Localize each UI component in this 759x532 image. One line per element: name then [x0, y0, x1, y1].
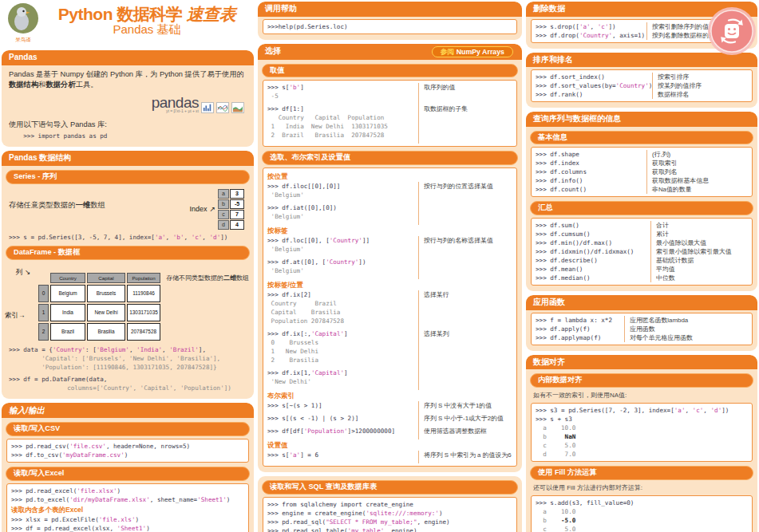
series-description: 存储任意类型数据的一维数组 [9, 200, 105, 230]
series-diagram-block: 存储任意类型数据的一维数组 Index ↗ a3 b-5 c7 d4 [2, 186, 254, 231]
section-header-pandas: Pandas [2, 50, 254, 65]
bar-chart-icon [201, 102, 214, 113]
apply-box: >>> f = lambda x: x*2 >>> df.apply(f) >>… [531, 313, 753, 345]
code-row: >>> df.ix[2] Country Brazil Capital Bras… [267, 290, 512, 329]
subsection-basic-info: 基本信息 [530, 131, 753, 145]
section-header-retrieving-info: 查询序列与数据框的信息 [526, 112, 757, 127]
right-column: 删除数据 >>> s.drop(['a', 'c']) >>> df.drop(… [526, 2, 757, 532]
section-applying-functions: 应用函数 >>> f = lambda x: x*2 >>> df.apply(… [526, 295, 757, 351]
section-data-structures: Pandas 数据结构 Series - 序列 存储任意类型数据的一维数组 In… [2, 151, 254, 398]
code-row: >>> df.ix[:,'Capital'] 0 Brussels 1 New … [267, 329, 512, 368]
dropping-code: >>> s.drop(['a', 'c']) >>> df.drop('Coun… [536, 22, 646, 40]
code-row: >>> df[1:] Country Capital Population 1 … [267, 104, 512, 144]
code-row: >>> s['a'] = 6 将序列 S 中索引为 a 的值设为6 [267, 451, 512, 463]
internal-alignment-note: 如有不一致的索引，则使用NA值: [533, 391, 750, 400]
dataframe-column-label: 列 ↘ [16, 268, 30, 278]
dataframe-constructor-code: >>> df = pd.DataFrame(data, columns=['Co… [9, 375, 247, 392]
screenshot-tool-button[interactable] [707, 6, 757, 56]
section-selection: 选择 参阅 NumPy Arrays 取值 >>> s['b'] -5 取序列的… [258, 44, 522, 473]
numpy-arrays-badge[interactable]: 参阅 NumPy Arrays [432, 46, 513, 57]
group-label-by-label: 按标签 [267, 225, 512, 236]
getting-box: >>> s['b'] -5 取序列的值 >>> df[1:] Country C… [263, 80, 517, 147]
series-diagram: Index ↗ a3 b-5 c7 d4 [189, 189, 244, 230]
left-column: 呆鸟译 Python 数据科学 速查表 Pandas 基础 Pandas Pan… [2, 2, 254, 532]
dataframe-index-label: 索引→ [5, 311, 26, 321]
section-io: 输入/输出 读取/写入CSV >>> pd.read_csv('file.csv… [2, 403, 254, 532]
masthead: 呆鸟译 Python 数据科学 速查表 Pandas 基础 [2, 2, 254, 46]
pandas-description: Pandas 是基于 Numpy 创建的 Python 库，为 Python 提… [2, 65, 254, 90]
code-row: >>> df.iloc[[0],[0]] 'Belgium' 按行与列的位置选择… [267, 182, 512, 203]
series-index-label: Index [189, 205, 207, 213]
sql-code-box: >>> from sqlalchemy import create_engine… [263, 497, 517, 532]
excel-code-2: >>> xlsx = pd.ExcelFile('file.xls') >>> … [11, 515, 244, 532]
section-header-help: 调用帮助 [258, 2, 522, 17]
selecting-box: 按位置 >>> df.iloc[[0],[0]] 'Belgium' 按行与列的… [263, 167, 517, 467]
translator-name: 呆鸟译 [5, 37, 42, 42]
cheatsheet-page: 呆鸟译 Python 数据科学 速查表 Pandas 基础 Pandas Pan… [0, 0, 759, 532]
csv-code: >>> pd.read_csv('file.csv', header=None,… [11, 442, 244, 459]
fill-methods-note: 还可以使用 Fill 方法进行内部对齐运算: [533, 483, 750, 492]
fill-methods-code: >>> s.add(s3, fill_value=0) a 10.0 b -5.… [536, 499, 748, 532]
smiley-rotate-icon [707, 6, 757, 56]
subsection-sql: 读取和写入 SQL 查询及数据库表 [262, 480, 518, 495]
subsection-summary: 汇总 [530, 201, 753, 215]
excel-note: 读取内含多个表的Excel [11, 504, 244, 515]
basic-info-box: >>> df.shape >>> df.index >>> df.columns… [531, 147, 753, 197]
page-subtitle: Pandas 基础 [42, 22, 252, 36]
code-row: >>> s['b'] -5 取序列的值 [267, 83, 512, 104]
line-chart-icon [216, 102, 229, 113]
csv-code-box: >>> pd.read_csv('file.csv', header=None,… [6, 439, 249, 463]
column-arrow-icon: ↘ [25, 268, 30, 276]
sorting-descs: 按索引排序 按某列的值排序 数据框排名 [652, 73, 748, 99]
translator-avatar: 呆鸟译 [5, 3, 42, 46]
section-retrieving-info: 查询序列与数据框的信息 基本信息 >>> df.shape >>> df.ind… [526, 112, 757, 291]
series-code: >>> s = pd.Series([3, -5, 7, 4], index=[… [9, 233, 247, 242]
subsection-getting: 取值 [262, 64, 518, 78]
group-label-by-position: 按位置 [267, 171, 512, 182]
dataframe-data-code: >>> data = {'Country': ['Belgium', 'Indi… [9, 345, 247, 372]
group-label-setting: 设置值 [267, 439, 512, 451]
subsection-series: Series - 序列 [6, 170, 250, 184]
middle-column: 调用帮助 >>>help(pd.Series.loc) 选择 参阅 NumPy … [258, 2, 522, 532]
section-header-applying-functions: 应用函数 [526, 295, 757, 310]
code-row: >>> s[(s < -1) | (s > 2)] 序列 S 中小于-1或大于2… [267, 414, 512, 427]
subsection-fill-methods: 使用 Fill 方法运算 [530, 466, 753, 480]
group-label-boolean-indexing: 布尔索引 [267, 390, 512, 401]
bird-avatar-icon [8, 3, 38, 33]
subsection-csv: 读取/写入CSV [6, 422, 250, 436]
section-pandas: Pandas Pandas 是基于 Numpy 创建的 Python 库，为 P… [2, 50, 254, 147]
section-help: 调用帮助 >>>help(pd.Series.loc) [258, 2, 522, 40]
section-header-io: 输入/输出 [2, 403, 254, 418]
help-code-box: >>>help(pd.Series.loc) [263, 19, 517, 34]
apply-code: >>> f = lambda x: x*2 >>> df.apply(f) >>… [536, 316, 624, 342]
basic-info-descs: (行,列) 获取索引 获取列名 获取数据框基本信息 非Na值的数量 [646, 150, 748, 194]
code-row: >>> df.ix[1,'Capital'] 'New Delhi' [267, 368, 512, 390]
code-row: >>> df[df['Population']>1200000000] 使用筛选… [267, 427, 512, 439]
dataframe-description: 存储不同类型数据的二维数组 [166, 274, 249, 282]
section-header-data-structures: Pandas 数据结构 [2, 151, 254, 166]
subsection-internal-alignment: 内部数据对齐 [530, 373, 753, 388]
index-arrow-icon: → [18, 311, 26, 319]
code-row: >>> s[~(s > 1)] 序列 S 中没有大于1的值 [267, 401, 512, 414]
series-table: a3 b-5 c7 d4 [218, 189, 244, 230]
help-code: >>>help(pd.Series.loc) [267, 22, 512, 31]
title-block: Python 数据科学 速查表 Pandas 基础 [42, 3, 252, 46]
internal-alignment-box: >>> s3 = pd.Series([7, -2, 3], index=['a… [531, 403, 753, 462]
import-label: 使用以下语句导入 Pandas 库: [2, 115, 254, 130]
code-row: >>> df.loc[[0], ['Country']] 'Belgium' 按… [267, 236, 512, 258]
area-chart-icon [231, 102, 244, 113]
dataframe-diagram: 列 ↘ 存储不同类型数据的二维数组 索引→ Country Capital Po… [2, 262, 254, 344]
section-header-selection: 选择 参阅 NumPy Arrays [258, 44, 522, 60]
summary-descs: 合计 累计 最小值除以最大值 索引最小值除以索引最大值 基础统计数据 平均值 中… [650, 221, 748, 282]
section-header-data-alignment: 数据对齐 [526, 355, 757, 370]
fill-methods-box: >>> s.add(s3, fill_value=0) a 10.0 b -5.… [531, 495, 753, 532]
page-title: Python 数据科学 速查表 [42, 6, 252, 22]
summary-box: >>> df.sum() >>> df.cumsum() >>> df.min(… [531, 218, 753, 286]
import-code: >>> import pandas as pd [9, 132, 247, 140]
pandas-logo-text: pandas [152, 96, 199, 109]
excel-code-1: >>> pd.read_excel('file.xlsx') >>> pd.to… [11, 487, 244, 504]
pandas-logo: pandas yt = β'xt-1 + μt + εt [2, 96, 244, 114]
subsection-dataframe: DataFrame - 数据框 [6, 246, 250, 260]
code-row: >>> df.iat([0],[0]) 'Belgium' [267, 203, 512, 225]
index-arrow-icon: ↗ [209, 205, 215, 213]
